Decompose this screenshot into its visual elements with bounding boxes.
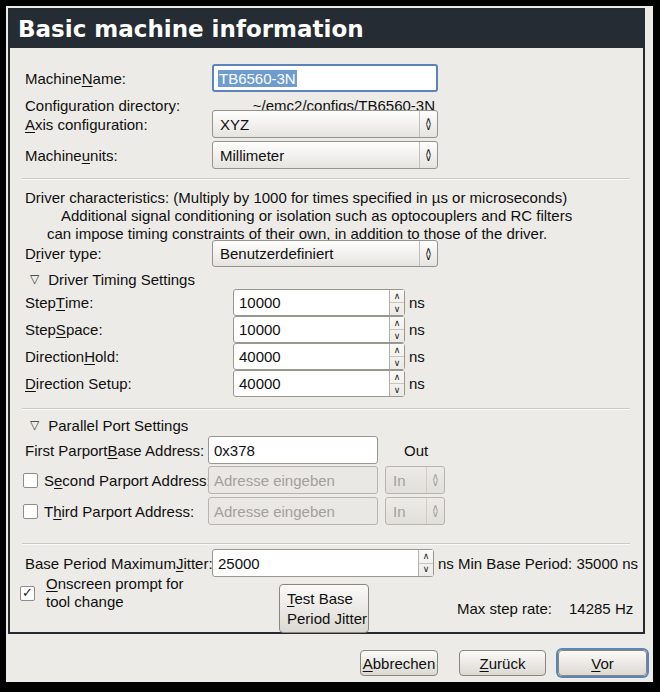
spin-down-icon: ∨ xyxy=(394,359,401,368)
spin-down-button[interactable]: ∨ xyxy=(390,383,404,396)
third-parport-placeholder: Adresse eingeben xyxy=(214,503,335,520)
spin-down-button[interactable]: ∨ xyxy=(390,329,404,342)
step-time-spinbox[interactable]: 10000 ∧∨ xyxy=(233,289,405,316)
direction-setup-label: Direction Setup: xyxy=(25,370,132,397)
parport-settings-expander-label: Parallel Port Settings xyxy=(48,417,188,434)
step-time-label: Step Time: xyxy=(25,289,93,316)
third-parport-checkbox[interactable] xyxy=(23,504,38,519)
spin-up-button[interactable]: ∧ xyxy=(390,317,404,329)
page-frame: Basic machine information Machine Name: … xyxy=(8,8,645,634)
timing-settings-expander-label: Driver Timing Settings xyxy=(48,271,195,288)
step-space-label: Step Space: xyxy=(25,316,103,343)
spin-up-button[interactable]: ∧ xyxy=(390,290,404,302)
expander-triangle-icon: ▽ xyxy=(30,419,39,431)
separator xyxy=(22,543,630,545)
spin-up-icon: ∧ xyxy=(394,319,401,328)
spin-down-button[interactable]: ∨ xyxy=(390,356,404,369)
machine-name-label: Machine Name: xyxy=(25,64,126,92)
first-parport-direction: Out xyxy=(404,436,428,464)
cancel-button[interactable]: Abbrechen xyxy=(360,650,438,676)
spin-down-icon: ∨ xyxy=(423,565,430,574)
machine-units-label: Machine units: xyxy=(25,141,118,169)
spin-down-icon: ∨ xyxy=(394,305,401,314)
max-step-rate-label: Max step rate: xyxy=(457,599,552,617)
direction-setup-spinbox[interactable]: 40000 ∧∨ xyxy=(233,370,405,397)
third-parport-input: Adresse eingeben xyxy=(208,497,378,525)
spin-up-icon: ∧ xyxy=(394,292,401,301)
direction-hold-unit: ns xyxy=(409,343,425,370)
spin-up-button[interactable]: ∧ xyxy=(390,344,404,356)
spin-down-button[interactable]: ∨ xyxy=(419,563,433,577)
test-button-line1: Test Base xyxy=(287,589,353,609)
spin-down-icon: ∨ xyxy=(394,386,401,395)
page-title: Basic machine information xyxy=(18,16,364,42)
checkmark-icon: ✓ xyxy=(22,586,33,599)
second-parport-input: Adresse eingeben xyxy=(208,466,378,494)
first-parport-input[interactable]: 0x378 xyxy=(208,436,378,464)
direction-hold-label: Direction Hold: xyxy=(25,343,119,370)
driver-notes-line2: Additional signal conditioning or isolat… xyxy=(61,207,572,224)
direction-setup-unit: ns xyxy=(409,370,425,397)
dropdown-arrows-icon: ∧∨ xyxy=(426,498,444,524)
dropdown-arrows-icon: ∧∨ xyxy=(419,241,437,266)
machine-units-select[interactable]: Millimeter ∧∨ xyxy=(212,141,438,169)
test-button-line2: Period Jitter xyxy=(287,609,367,629)
spin-up-icon: ∧ xyxy=(423,552,430,561)
spin-up-icon: ∧ xyxy=(394,346,401,355)
base-jitter-suffix: ns Min Base Period: 35000 ns xyxy=(438,549,638,577)
wizard-dialog: Basic machine information Machine Name: … xyxy=(6,6,653,682)
page-content: Machine Name: TB6560-3N Configuration di… xyxy=(10,48,643,632)
machine-name-selected-text: TB6560-3N xyxy=(218,70,297,87)
driver-type-select[interactable]: Benutzerdefiniert ∧∨ xyxy=(212,240,438,267)
second-parport-placeholder: Adresse eingeben xyxy=(214,472,335,489)
dropdown-arrows-icon: ∧∨ xyxy=(419,111,437,137)
max-step-rate-value: 14285 Hz xyxy=(569,599,633,617)
second-parport-label: Second Parport Address: xyxy=(44,466,211,494)
next-button[interactable]: Vor xyxy=(558,650,647,676)
machine-name-input[interactable]: TB6560-3N xyxy=(212,64,438,92)
spin-down-icon: ∨ xyxy=(394,332,401,341)
spin-up-button[interactable]: ∧ xyxy=(390,371,404,383)
driver-notes-line1: Driver characteristics: (Multiply by 100… xyxy=(25,189,567,206)
timing-settings-expander[interactable]: ▽ Driver Timing Settings xyxy=(30,271,195,287)
base-jitter-spinbox[interactable]: 25000 ∧∨ xyxy=(212,549,434,577)
dropdown-arrows-icon: ∧∨ xyxy=(419,142,437,168)
back-button[interactable]: Zurück xyxy=(459,650,546,676)
spin-down-button[interactable]: ∨ xyxy=(390,302,404,315)
third-parport-direction-select: In ∧∨ xyxy=(385,497,445,525)
step-space-spinbox[interactable]: 10000 ∧∨ xyxy=(233,316,405,343)
axis-config-label: Axis configuration: xyxy=(25,110,148,138)
dropdown-arrows-icon: ∧∨ xyxy=(426,467,444,493)
expander-triangle-icon: ▽ xyxy=(30,273,39,285)
tool-change-label-line2: tool change xyxy=(46,592,124,610)
separator xyxy=(22,408,630,410)
spin-up-button[interactable]: ∧ xyxy=(419,550,433,563)
first-parport-label: First Parport Base Address: xyxy=(25,436,204,464)
driver-type-label: Driver type: xyxy=(25,240,102,267)
direction-hold-spinbox[interactable]: 40000 ∧∨ xyxy=(233,343,405,370)
third-parport-label: Third Parport Address: xyxy=(44,497,194,525)
spin-up-icon: ∧ xyxy=(394,373,401,382)
second-parport-checkbox[interactable] xyxy=(23,473,38,488)
second-parport-direction-select: In ∧∨ xyxy=(385,466,445,494)
step-space-unit: ns xyxy=(409,316,425,343)
base-jitter-label: Base Period Maximum Jitter: xyxy=(25,549,213,577)
parport-settings-expander[interactable]: ▽ Parallel Port Settings xyxy=(30,417,188,433)
tool-change-label-line1: Onscreen prompt for xyxy=(46,574,184,592)
separator xyxy=(22,178,630,180)
axis-config-select[interactable]: XYZ ∧∨ xyxy=(212,110,438,138)
page-header: Basic machine information xyxy=(10,10,643,48)
tool-change-checkbox[interactable]: ✓ xyxy=(20,586,35,601)
step-time-unit: ns xyxy=(409,289,425,316)
test-base-period-jitter-button[interactable]: Test Base Period Jitter xyxy=(279,584,369,633)
